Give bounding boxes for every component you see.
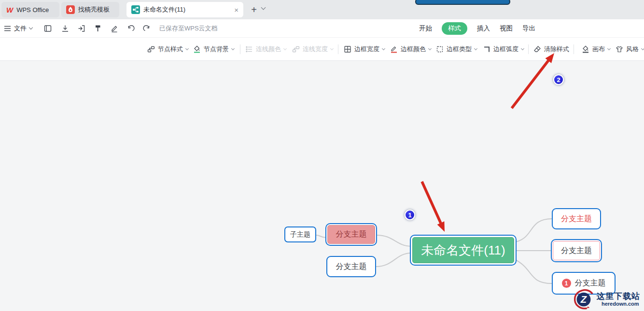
line-width-label: 连线宽度 — [303, 45, 328, 54]
chevron-down-icon — [428, 47, 432, 50]
undo-icon — [126, 24, 135, 33]
border-width-icon — [344, 45, 351, 53]
site-watermark: Z 这里下载站 heredown.com — [573, 288, 644, 311]
line-color-icon — [245, 45, 253, 53]
download-button[interactable] — [60, 23, 70, 34]
style-ribbon: 节点样式 节点背景 连线颜色 连线宽度 — [0, 38, 644, 61]
style-theme-label: 风格 — [626, 45, 639, 54]
chevron-down-icon — [330, 47, 334, 50]
menu-item-export[interactable]: 导出 — [522, 24, 535, 33]
pencil-icon — [110, 24, 119, 33]
tab-label: 找稿壳模板 — [78, 5, 110, 14]
format-painter-icon — [94, 24, 102, 33]
node-label: 分支主题 — [336, 262, 367, 272]
file-menu-button[interactable]: 文件 — [4, 19, 32, 38]
chevron-down-icon — [382, 47, 385, 50]
hamburger-icon — [4, 26, 11, 31]
border-type-button[interactable]: 边框类型 — [436, 38, 477, 61]
edit-pen-button[interactable] — [109, 23, 120, 34]
border-width-button[interactable]: 边框宽度 — [344, 38, 385, 61]
quick-access-bar: 文件 — [0, 19, 644, 38]
canvas-button[interactable]: 画布 — [582, 38, 610, 61]
ribbon-divider — [574, 44, 574, 54]
border-type-label: 边框类型 — [447, 45, 472, 54]
tab-document[interactable]: 未命名文件(11) × — [126, 2, 243, 17]
new-tab-button[interactable]: + — [247, 3, 261, 16]
chevron-down-icon — [231, 47, 235, 50]
import-button[interactable] — [76, 23, 87, 34]
node-background-icon — [193, 45, 201, 53]
tab-template-store[interactable]: 找稿壳模板 — [61, 2, 119, 17]
chevron-down-icon — [283, 47, 287, 50]
node-label: 子主题 — [290, 230, 310, 239]
node-background-button[interactable]: 节点背景 — [193, 38, 234, 61]
watermark-site-domain: heredown.com — [602, 301, 639, 307]
border-color-icon — [390, 45, 398, 53]
mindmap-node-subtopic[interactable]: 子主题 — [284, 226, 316, 242]
border-arc-button[interactable]: 边框弧度 — [483, 38, 524, 61]
cropped-top-button — [415, 0, 510, 5]
line-color-label: 连线颜色 — [256, 45, 281, 54]
node-label: 分支主题 — [575, 278, 606, 288]
menu-item-start[interactable]: 开始 — [419, 24, 432, 33]
border-arc-icon — [483, 45, 490, 53]
clear-style-eraser-icon — [533, 45, 541, 53]
chevron-down-icon — [29, 26, 33, 29]
menu-item-insert[interactable]: 插入 — [477, 24, 490, 33]
menu-bar: 开始 样式 插入 视图 导出 — [419, 19, 535, 38]
node-label: 未命名文件(11) — [421, 242, 505, 259]
annotation-step-2-badge: 2 — [553, 74, 564, 85]
mindmap-node-branch-right-middle-selected[interactable]: 分支主题 — [551, 239, 602, 262]
node-label: 分支主题 — [336, 229, 367, 240]
mindmap-node-branch-left-top-selected[interactable]: 分支主题 — [325, 223, 377, 246]
redo-button[interactable] — [141, 23, 152, 34]
mindmap-doc-icon — [131, 5, 140, 14]
node-label: 分支主题 — [561, 246, 592, 256]
heredown-logo-icon: Z — [573, 288, 595, 311]
style-theme-button[interactable]: 风格 — [616, 38, 644, 61]
chevron-down-icon — [185, 47, 189, 50]
mindmap-node-central-topic-selected[interactable]: 未命名文件(11) — [410, 235, 517, 266]
download-icon — [61, 24, 70, 33]
close-tab-icon[interactable]: × — [234, 6, 238, 14]
tab-wps-office[interactable]: W WPS Office — [1, 2, 59, 17]
chevron-down-icon — [474, 47, 477, 50]
node-background-label: 节点背景 — [204, 45, 229, 54]
border-type-icon — [436, 45, 444, 53]
line-color-button: 连线颜色 — [245, 38, 286, 61]
clear-style-label: 清除样式 — [544, 45, 569, 54]
clear-style-button[interactable]: 清除样式 — [533, 38, 569, 61]
redo-icon — [142, 24, 151, 33]
tab-label: 未命名文件(11) — [143, 5, 185, 14]
tab-bar: W WPS Office 找稿壳模板 未命名文件(11) × + — [0, 0, 644, 19]
node-style-label: 节点样式 — [158, 45, 183, 54]
wps-mindmap-window: W WPS Office 找稿壳模板 未命名文件(11) × + — [0, 0, 644, 311]
border-color-button[interactable]: 边框颜色 — [390, 38, 431, 61]
undo-button[interactable] — [126, 23, 136, 34]
mindmap-node-branch-left-bottom[interactable]: 分支主题 — [326, 256, 376, 277]
priority-1-badge: 1 — [562, 279, 571, 288]
ribbon-divider — [528, 44, 529, 54]
node-style-button[interactable]: 节点样式 — [147, 38, 188, 61]
saved-status: 已保存至WPS云文档 — [159, 19, 218, 38]
border-width-label: 边框宽度 — [354, 45, 379, 54]
wps-logo-icon: W — [6, 6, 13, 14]
canvas-bucket-icon — [582, 45, 589, 53]
mindmap-node-branch-right-top[interactable]: 分支主题 — [552, 208, 601, 229]
ribbon-divider — [338, 44, 338, 54]
save-icon — [43, 24, 52, 33]
menu-item-style-active[interactable]: 样式 — [442, 22, 467, 35]
save-button[interactable] — [42, 23, 53, 34]
line-width-icon — [292, 45, 300, 53]
tab-label: WPS Office — [16, 6, 49, 14]
node-label: 分支主题 — [561, 214, 592, 224]
watermark-site-name: 这里下载站 — [597, 292, 640, 301]
border-color-label: 边框颜色 — [401, 45, 426, 54]
menu-item-view[interactable]: 视图 — [500, 24, 513, 33]
canvas-label: 画布 — [592, 45, 605, 54]
format-painter-button[interactable] — [93, 23, 103, 34]
chevron-down-icon — [641, 47, 644, 50]
chevron-down-icon — [607, 47, 611, 50]
node-style-icon — [147, 45, 155, 53]
tab-list-chevron-icon[interactable] — [261, 5, 266, 10]
